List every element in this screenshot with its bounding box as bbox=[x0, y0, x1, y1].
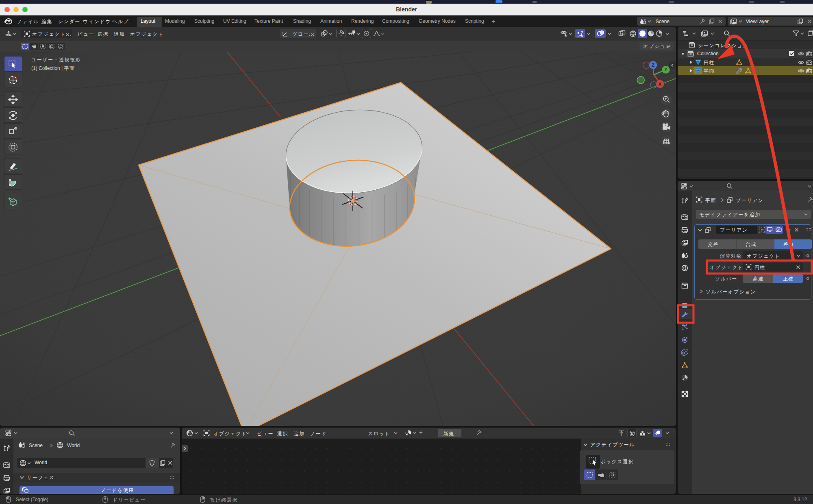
svg-text:Y: Y bbox=[664, 67, 667, 72]
svg-text:X: X bbox=[659, 82, 662, 87]
svg-text:Z: Z bbox=[652, 63, 654, 67]
